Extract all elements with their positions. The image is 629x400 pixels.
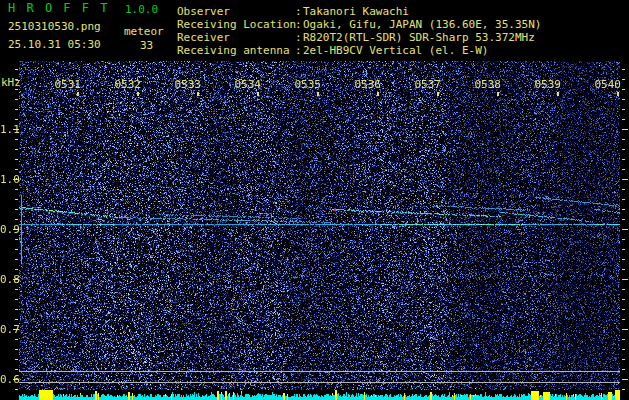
info-label: Receiving antenna (177, 44, 295, 57)
freq-minor-tick-left (15, 269, 18, 270)
freq-minor-tick-left (15, 249, 18, 250)
freq-tick-label: 0.6 (0, 373, 13, 386)
time-tick-label: 0540 (594, 78, 621, 91)
freq-minor-tick-left (15, 99, 18, 100)
freq-tick-label: 1.0 (0, 173, 13, 186)
info-row: Receiver:R820T2(RTL-SDR) SDR-Sharp 53.37… (177, 31, 541, 44)
freq-minor-tick-left (15, 189, 18, 190)
freq-major-tick-right (622, 379, 628, 380)
freq-minor-tick-left (15, 309, 18, 310)
freq-minor-tick-left (15, 219, 18, 220)
freq-axis-unit-label: kHz (1, 76, 21, 89)
spectrogram-canvas (19, 61, 620, 390)
time-tick-label: 0531 (54, 78, 81, 91)
freq-tick-label: 0.7 (0, 323, 13, 336)
freq-minor-tick-left (15, 289, 18, 290)
time-tick-label: 0535 (294, 78, 321, 91)
freq-minor-tick-left (15, 209, 18, 210)
info-colon: : (295, 31, 303, 44)
freq-minor-tick-right (622, 259, 625, 260)
freq-minor-tick-left (15, 89, 18, 90)
freq-minor-tick-right (622, 159, 625, 160)
threshold-line-lower (19, 382, 620, 383)
time-tick (317, 92, 319, 96)
info-label: Observer (177, 5, 295, 18)
info-value: Takanori Kawachi (303, 5, 541, 18)
time-tick (617, 92, 619, 96)
mode-label: meteor (124, 25, 164, 38)
freq-minor-tick-right (622, 389, 625, 390)
time-tick-label: 0537 (414, 78, 441, 91)
freq-tick-label: 1.1 (0, 123, 13, 136)
info-colon: : (295, 18, 303, 31)
info-row: Receiving Location:Ogaki, Gifu, JAPAN (1… (177, 18, 541, 31)
time-tick (497, 92, 499, 96)
freq-minor-tick-right (622, 109, 625, 110)
freq-minor-tick-left (15, 119, 18, 120)
threshold-line-upper (19, 371, 620, 372)
hrofft-screen: { "header": { "app_title": "H R O F F T"… (0, 0, 629, 400)
freq-minor-tick-left (15, 339, 18, 340)
freq-minor-tick-right (622, 269, 625, 270)
freq-minor-tick-right (622, 89, 625, 90)
header-info: Observer:Takanori KawachiReceiving Locat… (177, 5, 541, 57)
freq-major-tick-right (622, 329, 628, 330)
freq-minor-tick-left (15, 149, 18, 150)
freq-minor-tick-left (15, 169, 18, 170)
freq-minor-tick-right (622, 219, 625, 220)
freq-minor-tick-right (622, 239, 625, 240)
freq-minor-tick-right (622, 289, 625, 290)
app-version: 1.0.0 (125, 3, 158, 16)
freq-minor-tick-left (15, 299, 18, 300)
freq-minor-tick-left (15, 199, 18, 200)
time-tick-label: 0538 (474, 78, 501, 91)
time-tick (377, 92, 379, 96)
info-value: 2el-HB9CV Vertical (el. E-W) (303, 44, 541, 57)
freq-minor-tick-right (622, 349, 625, 350)
time-tick-label: 0533 (174, 78, 201, 91)
time-tick-label: 0534 (234, 78, 261, 91)
freq-minor-tick-right (622, 359, 625, 360)
time-tick (137, 92, 139, 96)
time-tick-label: 0532 (114, 78, 141, 91)
amplitude-strip-canvas (19, 390, 620, 400)
freq-major-tick-right (622, 179, 628, 180)
freq-minor-tick-right (622, 209, 625, 210)
freq-minor-tick-right (622, 139, 625, 140)
echo-count: 33 (140, 39, 153, 52)
time-tick (437, 92, 439, 96)
freq-minor-tick-left (15, 239, 18, 240)
output-filename: 2510310530.png (8, 20, 101, 33)
freq-minor-tick-right (622, 79, 625, 80)
date-time: 25.10.31 05:30 (8, 38, 101, 51)
freq-minor-tick-left (15, 69, 18, 70)
freq-major-tick-right (622, 229, 628, 230)
time-tick (197, 92, 199, 96)
freq-tick-label: 0.8 (0, 273, 13, 286)
freq-minor-tick-left (15, 319, 18, 320)
freq-minor-tick-right (622, 119, 625, 120)
freq-major-tick-right (622, 129, 628, 130)
info-label: Receiver (177, 31, 295, 44)
freq-minor-tick-right (622, 189, 625, 190)
freq-minor-tick-right (622, 249, 625, 250)
freq-minor-tick-left (15, 369, 18, 370)
freq-minor-tick-right (622, 149, 625, 150)
freq-minor-tick-left (15, 109, 18, 110)
info-colon: : (295, 5, 303, 18)
info-value: R820T2(RTL-SDR) SDR-Sharp 53.372MHz (303, 31, 541, 44)
freq-minor-tick-right (622, 99, 625, 100)
freq-minor-tick-right (622, 309, 625, 310)
freq-minor-tick-right (622, 69, 625, 70)
freq-minor-tick-right (622, 199, 625, 200)
freq-minor-tick-right (622, 339, 625, 340)
time-tick (77, 92, 79, 96)
info-row: Receiving antenna:2el-HB9CV Vertical (el… (177, 44, 541, 57)
time-tick (257, 92, 259, 96)
freq-major-tick-right (622, 279, 628, 280)
info-colon: : (295, 44, 303, 57)
freq-minor-tick-left (15, 389, 18, 390)
freq-minor-tick-right (622, 319, 625, 320)
freq-minor-tick-left (15, 349, 18, 350)
red-signal-dot (334, 209, 336, 211)
